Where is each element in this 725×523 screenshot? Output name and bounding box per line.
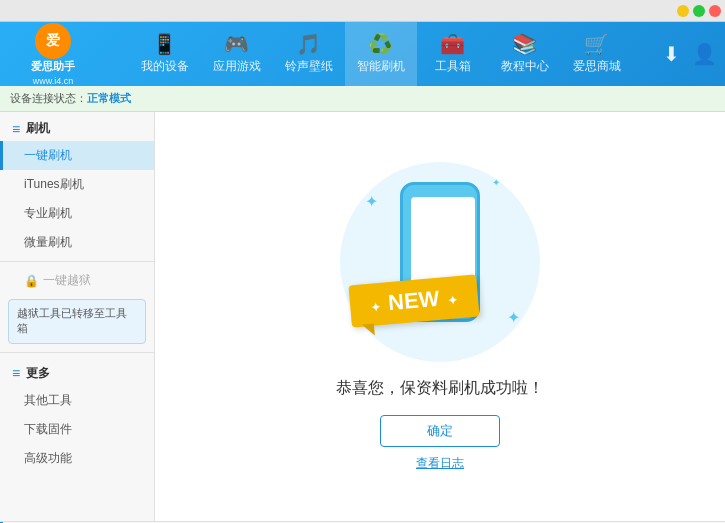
brand-name: 爱思助手	[31, 59, 75, 74]
nav-my-device[interactable]: 📱 我的设备	[129, 22, 201, 86]
flash-section-icon: ≡	[12, 121, 20, 137]
new-badge-star-left: ✦	[370, 299, 381, 314]
connection-label: 设备连接状态：	[10, 91, 87, 106]
divider-2	[0, 352, 154, 353]
jailbreak-label: 一键越狱	[43, 272, 91, 289]
sidebar-item-advanced[interactable]: 高级功能	[0, 444, 154, 473]
nav-my-device-label: 我的设备	[141, 58, 189, 75]
nav-apps-games[interactable]: 🎮 应用游戏	[201, 22, 273, 86]
new-badge-text: NEW	[387, 285, 440, 314]
main-area: ≡ 刷机 一键刷机 iTunes刷机 专业刷机 微量刷机 🔒 一键越狱 越狱工具…	[0, 112, 725, 521]
ringtones-icon: 🎵	[296, 34, 321, 54]
divider-1	[0, 261, 154, 262]
official-store-icon: 🛒	[584, 34, 609, 54]
nav-smart-flash-label: 智能刷机	[357, 58, 405, 75]
success-message: 恭喜您，保资料刷机成功啦！	[336, 378, 544, 399]
nav-tutorials-label: 教程中心	[501, 58, 549, 75]
jailbreak-info: 越狱工具已转移至工具箱	[8, 299, 146, 344]
other-tools-label: 其他工具	[24, 393, 72, 407]
download-button[interactable]: ⬇	[663, 42, 680, 66]
content-area: ✦ ✦ ✦ ✦ NEW ✦ 恭喜您，保资料刷机成功啦！ 确定 查看日志	[155, 112, 725, 521]
one-key-flash-label: 一键刷机	[24, 148, 72, 162]
header-right: ⬇ 👤	[663, 42, 717, 66]
nav-toolbox[interactable]: 🧰 工具箱	[417, 22, 489, 86]
nav-tutorials[interactable]: 📚 教程中心	[489, 22, 561, 86]
nav-ringtones[interactable]: 🎵 铃声壁纸	[273, 22, 345, 86]
close-button[interactable]	[709, 5, 721, 17]
nav-apps-games-label: 应用游戏	[213, 58, 261, 75]
sparkle-top-right: ✦	[492, 177, 500, 188]
window-controls	[677, 5, 721, 17]
nav-official-store[interactable]: 🛒 爱思商城	[561, 22, 633, 86]
more-section-icon: ≡	[12, 365, 20, 381]
pro-flash-label: 专业刷机	[24, 206, 72, 220]
micro-flash-label: 微量刷机	[24, 235, 72, 249]
back-link[interactable]: 查看日志	[416, 455, 464, 472]
header: 爱 爱思助手 www.i4.cn 📱 我的设备 🎮 应用游戏 🎵 铃声壁纸 ♻️…	[0, 22, 725, 86]
apps-games-icon: 🎮	[224, 34, 249, 54]
advanced-label: 高级功能	[24, 451, 72, 465]
sidebar-section-more: ≡ 更多	[0, 357, 154, 386]
nav-ringtones-label: 铃声壁纸	[285, 58, 333, 75]
smart-flash-icon: ♻️	[368, 34, 393, 54]
nav-official-store-label: 爱思商城	[573, 58, 621, 75]
minimize-button[interactable]	[677, 5, 689, 17]
sidebar-item-other-tools[interactable]: 其他工具	[0, 386, 154, 415]
phone-illustration: ✦ ✦ ✦ ✦ NEW ✦	[340, 162, 540, 362]
toolbox-icon: 🧰	[440, 34, 465, 54]
sidebar-section-flash: ≡ 刷机	[0, 112, 154, 141]
sidebar-item-itunes-flash[interactable]: iTunes刷机	[0, 170, 154, 199]
nav-bar: 📱 我的设备 🎮 应用游戏 🎵 铃声壁纸 ♻️ 智能刷机 🧰 工具箱 📚 教程中…	[98, 22, 663, 86]
logo-icon: 爱	[35, 23, 71, 59]
maximize-button[interactable]	[693, 5, 705, 17]
new-badge-star-right: ✦	[447, 293, 458, 308]
sidebar: ≡ 刷机 一键刷机 iTunes刷机 专业刷机 微量刷机 🔒 一键越狱 越狱工具…	[0, 112, 155, 521]
logo-area[interactable]: 爱 爱思助手 www.i4.cn	[8, 23, 98, 86]
itunes-flash-label: iTunes刷机	[24, 177, 84, 191]
nav-toolbox-label: 工具箱	[435, 58, 471, 75]
connection-status: 正常模式	[87, 91, 131, 106]
title-bar	[0, 0, 725, 22]
more-section-label: 更多	[26, 365, 50, 382]
sidebar-item-micro-flash[interactable]: 微量刷机	[0, 228, 154, 257]
sidebar-item-pro-flash[interactable]: 专业刷机	[0, 199, 154, 228]
nav-smart-flash[interactable]: ♻️ 智能刷机	[345, 22, 417, 86]
user-button[interactable]: 👤	[692, 42, 717, 66]
sidebar-item-download-firmware[interactable]: 下载固件	[0, 415, 154, 444]
sidebar-section-jailbreak: 🔒 一键越狱	[0, 266, 154, 295]
flash-section-label: 刷机	[26, 120, 50, 137]
sparkle-bottom-right: ✦	[507, 308, 520, 327]
confirm-button[interactable]: 确定	[380, 415, 500, 447]
sidebar-item-one-key-flash[interactable]: 一键刷机	[0, 141, 154, 170]
sparkle-top-left: ✦	[365, 192, 378, 211]
my-device-icon: 📱	[152, 34, 177, 54]
jailbreak-info-text: 越狱工具已转移至工具箱	[17, 307, 127, 334]
tutorials-icon: 📚	[512, 34, 537, 54]
connection-bar: 设备连接状态： 正常模式	[0, 86, 725, 112]
download-firmware-label: 下载固件	[24, 422, 72, 436]
brand-site: www.i4.cn	[33, 76, 74, 86]
